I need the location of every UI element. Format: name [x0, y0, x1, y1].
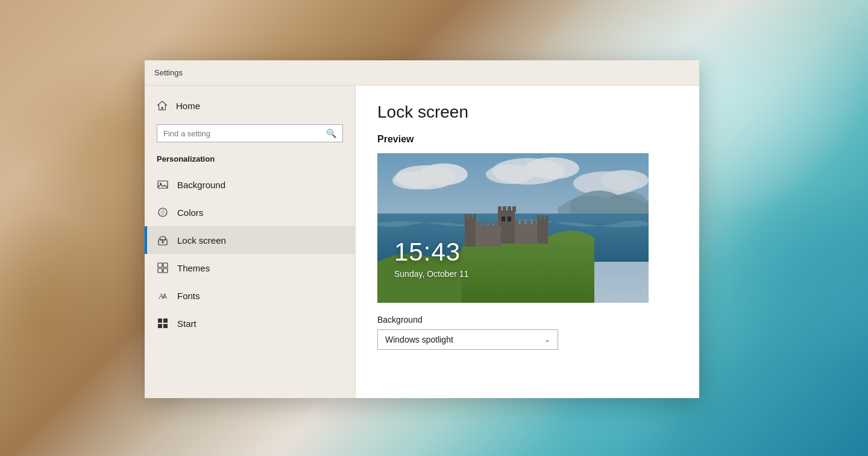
- lock-screen-label: Lock screen: [177, 235, 226, 245]
- sidebar-item-colors[interactable]: Colors: [145, 198, 355, 226]
- colors-icon: [157, 206, 169, 218]
- svg-rect-15: [163, 324, 168, 328]
- fonts-label: Fonts: [177, 291, 200, 301]
- sidebar-item-lock-screen[interactable]: Lock screen: [145, 226, 355, 254]
- preview-landscape-svg: [377, 153, 649, 303]
- fonts-icon: A A: [157, 290, 169, 302]
- preview-time: 15:43: [394, 238, 461, 267]
- background-label: Background: [177, 180, 225, 190]
- title-bar: Settings: [145, 60, 699, 86]
- settings-window: Settings Home 🔍 Personalization: [145, 60, 699, 398]
- svg-text:A: A: [163, 293, 167, 300]
- background-dropdown[interactable]: Windows spotlight ⌄: [377, 329, 558, 350]
- sidebar: Home 🔍 Personalization Background: [145, 86, 356, 398]
- preview-date: Sunday, October 11: [394, 269, 468, 279]
- dropdown-selected-value: Windows spotlight: [385, 335, 453, 344]
- svg-rect-12: [158, 318, 162, 323]
- themes-icon: [157, 262, 169, 274]
- svg-rect-7: [163, 263, 168, 267]
- svg-rect-52: [377, 153, 649, 303]
- sidebar-item-start[interactable]: Start: [145, 309, 355, 337]
- lock-screen-preview: 15:43 Sunday, October 11: [377, 153, 649, 303]
- colors-label: Colors: [177, 207, 203, 218]
- search-input[interactable]: [163, 129, 321, 138]
- start-icon: [157, 317, 169, 329]
- svg-rect-6: [158, 263, 162, 267]
- sidebar-item-fonts[interactable]: A A Fonts: [145, 282, 355, 309]
- home-label: Home: [176, 101, 200, 111]
- home-icon: [157, 100, 168, 111]
- svg-rect-0: [158, 181, 168, 188]
- svg-rect-9: [163, 268, 168, 273]
- sidebar-item-themes[interactable]: Themes: [145, 254, 355, 282]
- main-content: Lock screen Preview: [356, 86, 699, 398]
- start-label: Start: [177, 318, 197, 329]
- image-icon: [157, 179, 169, 191]
- window-title: Settings: [154, 68, 183, 77]
- svg-rect-4: [160, 236, 166, 241]
- svg-rect-8: [158, 268, 162, 273]
- background-section-label: Background: [377, 315, 678, 325]
- sidebar-home-item[interactable]: Home: [145, 92, 355, 119]
- svg-point-1: [160, 183, 162, 185]
- svg-rect-14: [158, 324, 162, 328]
- search-box[interactable]: 🔍: [157, 124, 343, 142]
- section-label: Personalization: [145, 152, 355, 171]
- sidebar-item-background[interactable]: Background: [145, 171, 355, 198]
- chevron-down-icon: ⌄: [544, 335, 550, 344]
- svg-point-5: [162, 241, 164, 243]
- page-title: Lock screen: [377, 103, 678, 122]
- window-body: Home 🔍 Personalization Background: [145, 86, 699, 398]
- lock-screen-icon: [157, 234, 169, 246]
- search-icon: 🔍: [326, 128, 336, 138]
- themes-label: Themes: [177, 263, 210, 273]
- svg-rect-13: [163, 318, 168, 323]
- preview-heading: Preview: [377, 134, 678, 145]
